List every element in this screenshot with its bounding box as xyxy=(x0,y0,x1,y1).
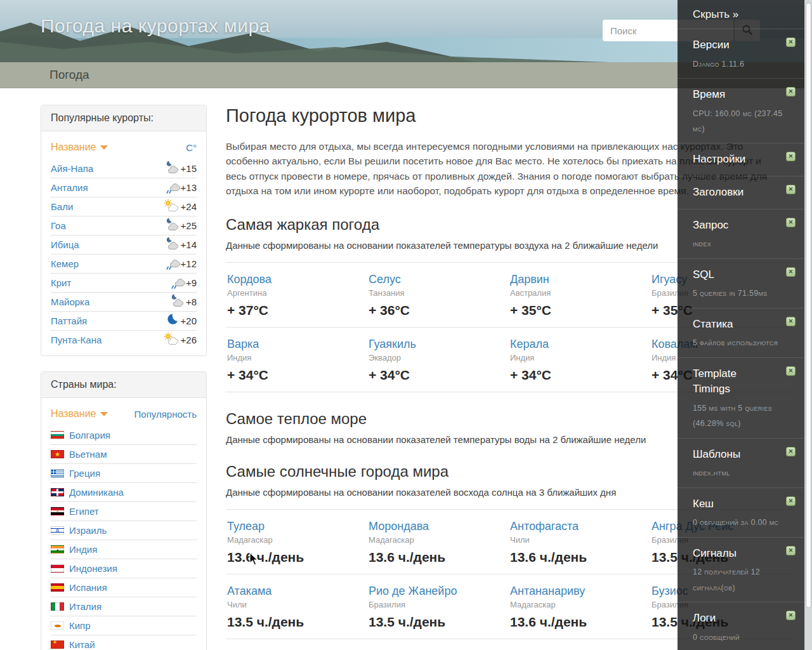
country-row: Кипр xyxy=(51,616,197,635)
country-link[interactable]: Египет xyxy=(69,506,99,517)
toolbar-panel-title[interactable]: Статика xyxy=(693,315,796,335)
card-city-link[interactable]: Тулеар xyxy=(227,520,265,533)
close-icon: ✕ xyxy=(789,154,794,159)
resort-link[interactable]: Пунта-Кана xyxy=(51,335,102,345)
resort-link[interactable]: Ибица xyxy=(51,239,79,250)
panel-toggle-button[interactable]: ✕ xyxy=(786,37,796,47)
card-city-link[interactable]: Морондава xyxy=(369,520,429,533)
weather-card: АнтофагастаЧили13.6 ч./день xyxy=(509,510,650,574)
country-row: Китай xyxy=(51,635,197,650)
country-link[interactable]: Китай xyxy=(69,639,95,650)
panel-toggle-button[interactable]: ✕ xyxy=(786,185,796,194)
resort-row: Бали+24 xyxy=(51,197,197,216)
resort-link[interactable]: Бали xyxy=(51,201,73,212)
resort-link[interactable]: Паттайя xyxy=(51,315,87,326)
weather-card: МорондаваМадагаскар13.6 ч./день xyxy=(367,510,509,574)
toolbar-panel-title[interactable]: Template Timings xyxy=(693,364,796,399)
popular-resorts-box: Популярные курорты: Название С° Айя-Напа… xyxy=(41,105,207,356)
page-scrollbar xyxy=(804,0,812,650)
scrollbar-thumb[interactable] xyxy=(806,3,811,608)
toolbar-panel-title[interactable]: Кеш xyxy=(693,494,796,514)
toolbar-panel-title[interactable]: Время xyxy=(693,85,796,105)
panel-toggle-button[interactable]: ✕ xyxy=(786,611,796,620)
country-link[interactable]: Италия xyxy=(69,601,102,612)
country-link[interactable]: Болгария xyxy=(69,430,110,441)
country-row: Доминикана xyxy=(51,482,197,501)
card-city-link[interactable]: Дарвин xyxy=(510,273,549,286)
resort-link[interactable]: Кемер xyxy=(51,258,79,269)
resort-temp: +25 xyxy=(181,220,197,231)
weather-card: АнтананаривуМадагаскар13.6 ч./день xyxy=(509,574,650,639)
countries-sort-by-popularity[interactable]: Популярность xyxy=(134,409,197,420)
country-link[interactable]: Израиль xyxy=(69,525,107,536)
country-row: Испания xyxy=(51,578,197,597)
toolbar-panel-stats: index xyxy=(693,236,796,251)
panel-toggle-button[interactable]: ✕ xyxy=(786,447,796,456)
country-row: Индия xyxy=(51,540,197,559)
flag-it-icon xyxy=(51,602,64,611)
card-city-link[interactable]: Кордова xyxy=(227,273,272,286)
card-city-link[interactable]: Керала xyxy=(510,338,549,351)
card-country: Чили xyxy=(227,600,358,609)
country-row: Индонезия xyxy=(51,559,197,578)
nav-item-weather[interactable]: Погода xyxy=(49,68,89,82)
resorts-sort-by-temp[interactable]: С° xyxy=(186,142,197,153)
country-link[interactable]: Испания xyxy=(69,582,107,593)
flag-cn-icon xyxy=(51,640,64,649)
resort-link[interactable]: Крит xyxy=(51,277,71,288)
rain-cloud-icon xyxy=(163,256,180,272)
close-icon: ✕ xyxy=(789,39,794,45)
resorts-sort-by-name[interactable]: Название xyxy=(51,142,108,153)
moon-cloud-icon xyxy=(163,218,180,234)
panel-toggle-button[interactable]: ✕ xyxy=(786,366,796,376)
panel-toggle-button[interactable]: ✕ xyxy=(786,546,796,555)
panel-toggle-button[interactable]: ✕ xyxy=(786,87,796,96)
resort-row: Майорка+8 xyxy=(51,292,197,311)
country-link[interactable]: Индия xyxy=(69,544,97,555)
toolbar-panel-logging: Логи✕0 сообщений xyxy=(678,602,804,650)
toolbar-hide-button[interactable]: Скрыть » xyxy=(678,0,804,29)
card-country: Чили xyxy=(510,535,641,545)
resort-link[interactable]: Анталия xyxy=(51,182,88,193)
card-city-link[interactable]: Гуаякиль xyxy=(369,338,416,351)
country-link[interactable]: Вьетнам xyxy=(69,449,107,460)
panel-toggle-button[interactable]: ✕ xyxy=(786,317,796,326)
toolbar-panel-title[interactable]: Версии xyxy=(693,36,796,55)
toolbar-panel-stats: index.html xyxy=(693,465,796,481)
card-city-link[interactable]: Варка xyxy=(227,338,259,351)
card-city-link[interactable]: Рио де Жанейро xyxy=(369,585,457,598)
country-link[interactable]: Доминикана xyxy=(69,487,124,498)
card-country: Аргентина xyxy=(227,288,358,298)
toolbar-panel-title[interactable]: Логи xyxy=(693,609,796,628)
weather-card: ВаркаИндия+ 34°C xyxy=(226,328,367,392)
resort-weather: +14 xyxy=(163,237,197,253)
toolbar-panel-title[interactable]: Сигналы xyxy=(693,544,796,564)
panel-toggle-button[interactable]: ✕ xyxy=(786,152,796,161)
card-city-link[interactable]: Селус xyxy=(369,273,401,286)
card-city-link[interactable]: Атакама xyxy=(227,585,272,598)
country-link[interactable]: Кипр xyxy=(69,620,91,631)
weather-card: КордоваАргентина+ 37°C xyxy=(226,263,367,328)
country-link[interactable]: Индонезия xyxy=(69,563,117,574)
toolbar-panel-title[interactable]: Шаблоны xyxy=(693,445,796,465)
panel-toggle-button[interactable]: ✕ xyxy=(786,218,796,227)
card-city-link[interactable]: Антофагаста xyxy=(510,520,579,533)
flag-il-icon xyxy=(51,526,64,534)
country-link[interactable]: Греция xyxy=(69,468,100,479)
toolbar-panel-versions: Версии✕Django 1.11.6 xyxy=(678,29,804,79)
popular-resorts-title: Популярные курорты: xyxy=(41,105,206,131)
toolbar-panel-title[interactable]: Заголовки xyxy=(693,183,796,202)
resort-row: Крит+9 xyxy=(51,273,197,292)
toolbar-panel-title[interactable]: SQL xyxy=(693,265,796,285)
panel-toggle-button[interactable]: ✕ xyxy=(786,496,796,506)
resort-link[interactable]: Гоа xyxy=(51,220,66,231)
resort-link[interactable]: Айя-Напа xyxy=(51,163,93,174)
resort-link[interactable]: Майорка xyxy=(51,296,89,307)
toolbar-panel-title[interactable]: Запрос xyxy=(693,216,796,235)
weather-card: Рио де ЖанейроБразилия13.5 ч./день xyxy=(367,574,509,639)
card-city-link[interactable]: Антананариву xyxy=(510,585,585,598)
countries-sort-by-name[interactable]: Название xyxy=(51,408,108,420)
toolbar-panel-title[interactable]: Настройки xyxy=(693,150,796,169)
country-row: Вьетнам xyxy=(51,444,197,463)
panel-toggle-button[interactable]: ✕ xyxy=(786,267,796,277)
